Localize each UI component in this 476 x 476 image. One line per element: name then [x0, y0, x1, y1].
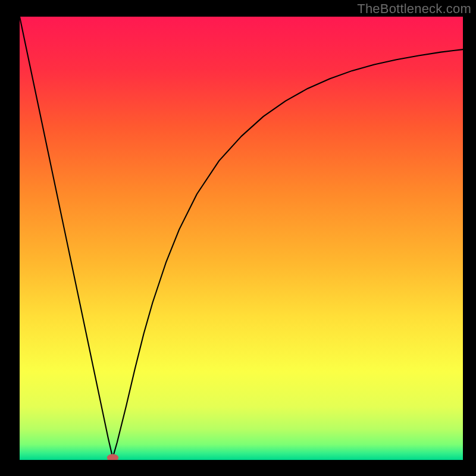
plot-background: [20, 17, 463, 460]
watermark-text: TheBottleneck.com: [357, 1, 471, 17]
bottleneck-chart: [20, 17, 463, 460]
chart-frame: TheBottleneck.com: [0, 0, 476, 476]
